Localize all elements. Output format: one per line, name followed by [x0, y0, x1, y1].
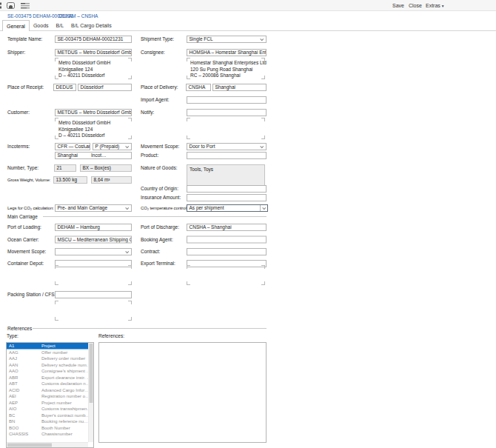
reference-type-row[interactable]: BCBuyer's contract numb… — [7, 412, 88, 419]
insurance-amount-input[interactable] — [187, 194, 267, 201]
port-of-discharge-input[interactable]: CNSHA – Shanghai — [187, 224, 267, 231]
reference-type-desc: Delivery schedule num… — [41, 362, 88, 369]
incoterms-payment-select[interactable]: P (Prepaid) — [93, 143, 132, 150]
reference-type-desc: Customs transshipmen… — [41, 406, 88, 412]
references-divider — [33, 328, 267, 329]
reference-type-desc: Registration number o… — [41, 393, 88, 400]
carriage-movement-scope-select[interactable] — [55, 248, 132, 255]
ocean-carrier-input[interactable]: MSCU – Mediterranean Shipping Corp — [55, 236, 132, 244]
co2-legs-label: Legs for CO₂ calculation: — [7, 204, 54, 212]
reference-type-code: AAG — [7, 350, 41, 356]
notify-label: Notify: — [141, 109, 154, 116]
consignee-input[interactable]: HOMSHA – Homestar Shanghai Enterprise — [187, 49, 267, 56]
list-icon[interactable] — [21, 3, 30, 9]
tab-goods[interactable]: Goods — [30, 20, 53, 31]
packing-station-input[interactable] — [55, 291, 132, 298]
reference-type-desc: Customs declaration n… — [41, 381, 88, 387]
shipper-address: Metro Düsseldorf GmbH Königsallee 124 D … — [58, 60, 110, 79]
reference-type-row[interactable]: AEIRegistration number o… — [7, 393, 88, 400]
reference-type-desc: Booking reference nu… — [41, 418, 88, 425]
reference-type-code: AEP — [7, 400, 41, 407]
country-of-origin-input[interactable] — [187, 185, 267, 193]
reference-type-rows: A1ProjectAAGOffer numberAAJDelivery orde… — [7, 343, 88, 442]
reference-type-row[interactable]: ABTCustoms declaration n… — [7, 381, 88, 387]
references-textarea[interactable] — [98, 342, 267, 443]
export-terminal-address-area[interactable] — [187, 265, 265, 285]
breadcrumb-route: DEHAM – CNSHA — [58, 13, 98, 19]
reference-type-desc: Buyer's contract numb… — [41, 412, 88, 419]
shipment-type-select[interactable]: Single FCL — [187, 36, 267, 43]
chevron-down-icon — [125, 250, 129, 253]
reference-type-row[interactable]: ACIDAdvanced Cargo Infor… — [7, 387, 88, 394]
packing-station-address-area[interactable] — [55, 301, 132, 321]
co2-temp-control-select[interactable]: As per shipment — [187, 204, 268, 212]
contract-label: Contract: — [141, 248, 160, 255]
horizontal-scrollbar[interactable] — [7, 442, 88, 447]
place-of-delivery-label: Place of Delivery: — [141, 84, 178, 91]
reference-type-code: ABT — [7, 381, 41, 387]
place-of-receipt-code-input[interactable]: DEDUS — [53, 84, 76, 91]
port-of-loading-label: Port of Loading: — [7, 224, 41, 231]
reference-type-desc: Export clearance instr. … — [41, 375, 88, 381]
notify-input[interactable] — [187, 109, 267, 116]
reference-type-row[interactable]: AEPProject number — [7, 400, 88, 407]
package-type-field: BX – Box(es) — [80, 164, 132, 172]
co2-legs-select[interactable]: Pre- and Main Carriage — [55, 204, 132, 212]
vertical-scrollbar-thumb[interactable] — [90, 344, 93, 403]
customer-label: Customer: — [7, 109, 30, 116]
reference-type-row[interactable]: AAGOffer number — [7, 350, 88, 356]
reference-type-row[interactable]: AAJDelivery order number — [7, 355, 88, 362]
reference-type-code: BC — [7, 412, 41, 419]
container-depot-address-area[interactable] — [55, 265, 132, 285]
vertical-scrollbar[interactable] — [88, 343, 93, 442]
reference-type-row[interactable]: A1Project — [7, 343, 88, 350]
ocean-carrier-label: Ocean Carrier: — [7, 236, 39, 244]
extras-menu-button[interactable]: Extras▾ — [426, 0, 444, 10]
reference-type-row[interactable]: AAOConsignee's shipment … — [7, 368, 88, 375]
references-section-label: References — [7, 326, 32, 332]
reference-type-code: AAJ — [7, 355, 41, 362]
reference-type-label: Type: — [7, 332, 19, 340]
product-input[interactable] — [187, 152, 267, 159]
place-of-receipt-name-input[interactable]: Düsseldorf — [78, 84, 132, 91]
tab-bar: General Goods B/L B/L Cargo Details — [2, 20, 115, 31]
tab-general[interactable]: General — [2, 20, 30, 31]
template-name-input[interactable]: SE-003475 DEHAM-00021231 — [55, 36, 132, 43]
reference-type-code: CHASSIS — [7, 431, 41, 438]
close-button[interactable]: Close — [409, 0, 422, 10]
reference-type-row[interactable]: AANDelivery schedule num… — [7, 362, 88, 369]
contract-input[interactable] — [187, 248, 267, 255]
select-arrow-box[interactable] — [260, 205, 267, 211]
booking-agent-input[interactable] — [187, 236, 267, 244]
horizontal-scrollbar-thumb[interactable] — [7, 444, 52, 447]
movement-scope-label: Movement Scope: — [141, 143, 179, 150]
clipped-toolbar-icon[interactable] — [0, 3, 1, 9]
incoterms-select[interactable]: CFR — Cost an… — [55, 143, 90, 150]
reference-type-row[interactable]: ABRExport clearance instr. … — [7, 375, 88, 381]
reference-type-desc: Project — [41, 343, 88, 350]
save-button[interactable]: Save — [392, 0, 404, 10]
notify-address-area[interactable] — [187, 118, 265, 139]
reference-type-row[interactable]: CHASSISChassisnumber — [7, 431, 88, 438]
reference-type-row[interactable]: BOOBooth Number — [7, 425, 88, 432]
nature-of-goods-label: Nature of Goods: — [141, 164, 178, 172]
movement-scope-select[interactable]: Door to Port — [187, 143, 267, 150]
tab-bl[interactable]: B/L — [53, 20, 68, 31]
reference-type-code: AIO — [7, 406, 41, 412]
import-agent-label: Import Agent: — [141, 96, 170, 104]
chevron-down-icon — [262, 206, 266, 210]
inbox-icon[interactable] — [7, 2, 15, 9]
reference-type-list[interactable]: A1ProjectAAGOffer numberAAJDelivery orde… — [6, 342, 94, 448]
reference-type-row[interactable]: AIOCustoms transshipmen… — [7, 406, 88, 412]
import-agent-input[interactable] — [187, 96, 267, 104]
insurance-amount-label: Insurance Amount: — [141, 194, 181, 201]
reference-type-code: AEI — [7, 393, 41, 400]
shipper-input[interactable]: METDUS – Metro Düsseldorf GmbH — [55, 49, 132, 56]
incoterms-place-input[interactable]: ShanghaiIncot… — [55, 152, 132, 159]
place-of-delivery-name-input[interactable]: Shanghai — [212, 84, 267, 91]
place-of-delivery-code-input[interactable]: CNSHA — [186, 84, 211, 91]
port-of-loading-input[interactable]: DEHAM – Hamburg — [55, 224, 132, 231]
customer-input[interactable]: METDUS – Metro Düsseldorf GmbH — [55, 109, 132, 116]
tab-bl-cargo-details[interactable]: B/L Cargo Details — [67, 20, 115, 31]
reference-type-row[interactable]: BNBooking reference nu… — [7, 418, 88, 425]
